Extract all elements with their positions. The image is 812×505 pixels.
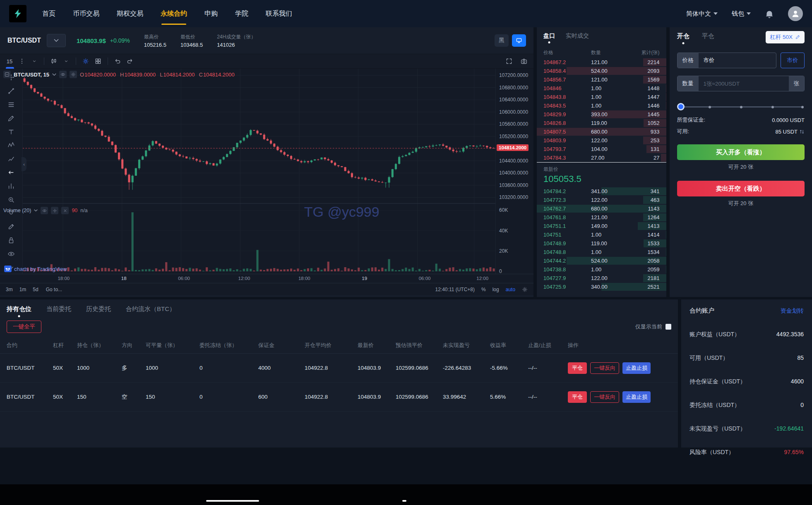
close-position-button[interactable]: 平仓 <box>568 362 587 374</box>
chart-type-button[interactable] <box>48 56 59 67</box>
eye-icon[interactable] <box>41 207 48 214</box>
bar-pattern-tool[interactable] <box>4 180 18 192</box>
eye-tool[interactable] <box>4 247 18 260</box>
bid-row[interactable]: 104761.8121.001264 <box>537 213 666 222</box>
chevron-down-icon[interactable] <box>52 73 56 76</box>
theme-dark-button[interactable]: 黑 <box>495 34 509 47</box>
ask-row[interactable]: 104867.2121.002214 <box>537 58 666 67</box>
bid-row[interactable]: 104762.7680.001143 <box>537 204 666 213</box>
toolbar-collapse-handle[interactable]: ‹ <box>22 157 26 171</box>
redo-button[interactable] <box>125 56 135 67</box>
quantity-slider[interactable] <box>678 104 804 110</box>
slider-dot[interactable] <box>709 106 711 108</box>
settings-icon[interactable] <box>51 207 58 214</box>
ask-row[interactable]: 104858.4524.002093 <box>537 67 666 75</box>
sell-short-button[interactable]: 卖出开空（看跌） <box>677 181 805 196</box>
transfer-icon[interactable] <box>799 129 805 134</box>
zoom-in-tool[interactable] <box>4 193 18 206</box>
undo-button[interactable] <box>112 56 123 67</box>
orderbook-tab[interactable]: 盘口 <box>543 32 555 43</box>
brush-tool[interactable] <box>4 112 18 124</box>
transfer-link[interactable]: 资金划转 <box>781 307 804 315</box>
ask-row[interactable]: 104793.7104.00131 <box>537 145 666 153</box>
tp-sl-button[interactable]: 止盈止损 <box>622 391 651 403</box>
bid-row[interactable]: 104748.81.001534 <box>537 248 666 256</box>
nav-item[interactable]: 首页 <box>42 0 55 27</box>
bid-row[interactable]: 104784.2341.00341 <box>537 187 666 196</box>
fullscreen-button[interactable] <box>504 56 514 67</box>
forecast-tool[interactable] <box>4 153 18 165</box>
theme-light-button[interactable] <box>512 34 526 47</box>
nav-item[interactable]: 联系我们 <box>266 0 292 27</box>
positions-tab[interactable]: 历史委托 <box>86 305 111 318</box>
nav-item[interactable]: 永续合约 <box>161 0 187 27</box>
eye-icon[interactable] <box>59 71 67 78</box>
positions-tab[interactable]: 当前委托 <box>46 305 71 318</box>
leverage-button[interactable]: 杠杆 50X <box>766 31 805 43</box>
wallet-menu[interactable]: 钱包 <box>732 10 751 18</box>
ask-row[interactable]: 1048461.001448 <box>537 84 666 93</box>
ask-row[interactable]: 104803.9122.00253 <box>537 136 666 145</box>
ask-row[interactable]: 104784.327.0027 <box>537 153 666 162</box>
market-price-button[interactable]: 市价 <box>781 53 805 68</box>
intervals-menu-button[interactable] <box>17 56 27 67</box>
price-input[interactable] <box>699 53 776 68</box>
ask-row[interactable]: 104826.8119.001052 <box>537 119 666 127</box>
close-icon[interactable] <box>61 207 69 214</box>
arrow-left-tool[interactable] <box>4 166 18 179</box>
chart-type-caret-button[interactable] <box>61 56 72 67</box>
chart-canvas[interactable] <box>23 69 495 274</box>
lock-tool[interactable] <box>4 234 18 247</box>
trend-line-tool[interactable] <box>4 85 18 98</box>
orderbook-tab[interactable]: 实时成交 <box>566 32 589 43</box>
bid-row[interactable]: 104772.3122.00463 <box>537 196 666 204</box>
indicators-button[interactable] <box>80 56 91 67</box>
collapse-legend-icon[interactable] <box>3 71 11 78</box>
xabcd-pattern-tool[interactable] <box>4 139 18 152</box>
compare-button[interactable] <box>93 56 103 67</box>
bid-row[interactable]: 104751.1149.001413 <box>537 222 666 230</box>
text-tool[interactable] <box>4 125 18 138</box>
trade-tab[interactable]: 平仓 <box>702 32 714 45</box>
bid-row[interactable]: 104727.9122.002181 <box>537 274 666 282</box>
slider-dot[interactable] <box>771 106 774 108</box>
axis-settings-button[interactable] <box>522 287 528 292</box>
price-axis[interactable]: 107200.0000106800.0000106400.0000106000.… <box>495 69 533 274</box>
screenshot-button[interactable] <box>519 56 529 67</box>
bid-row[interactable]: 104738.81.002059 <box>537 265 666 274</box>
only-current-checkbox[interactable] <box>665 324 671 330</box>
tradingview-attribution[interactable]: charts by TradingView <box>4 266 67 272</box>
slider-thumb[interactable] <box>677 103 685 110</box>
brand-logo[interactable] <box>9 5 26 22</box>
bid-row[interactable]: 104725.9340.002521 <box>537 282 666 291</box>
ask-row[interactable]: 104843.51.001446 <box>537 101 666 110</box>
bid-row[interactable]: 104744.2524.002058 <box>537 256 666 265</box>
close-position-button[interactable]: 平仓 <box>568 391 587 403</box>
intervals-caret-button[interactable] <box>29 56 40 67</box>
positions-tab[interactable]: 持有仓位 <box>7 305 31 318</box>
legend-pair[interactable]: BTC/USDT, 15 <box>14 72 49 78</box>
quantity-input[interactable] <box>699 76 789 91</box>
range-button[interactable]: 5d <box>33 287 38 292</box>
auto-scale-button[interactable]: auto <box>506 287 515 292</box>
log-scale-button[interactable]: log <box>492 287 499 292</box>
buy-long-button[interactable]: 买入开多（看涨） <box>677 144 805 160</box>
ask-row[interactable]: 104829.9393.001445 <box>537 110 666 119</box>
notifications-button[interactable] <box>765 9 774 18</box>
reverse-position-button[interactable]: 一键反向 <box>590 362 619 374</box>
bid-row[interactable]: 104748.9119.001533 <box>537 239 666 248</box>
slider-dot[interactable] <box>801 106 804 108</box>
ask-row[interactable]: 104856.7121.001569 <box>537 75 666 84</box>
interval-button[interactable]: 15 <box>4 56 15 67</box>
user-avatar[interactable] <box>788 6 803 21</box>
nav-item[interactable]: 学院 <box>235 0 248 27</box>
pair-dropdown[interactable] <box>47 34 66 47</box>
time-axis[interactable]: 18:001806:0012:0018:001906:0012:00 <box>0 274 533 283</box>
edit-tool[interactable] <box>4 220 18 233</box>
ask-row[interactable]: 104807.5680.00933 <box>537 127 666 136</box>
trade-tab[interactable]: 开仓 <box>677 32 689 45</box>
close-all-button[interactable]: 一键全平 <box>7 321 41 333</box>
settings-icon[interactable] <box>70 71 77 78</box>
nav-item[interactable]: 币币交易 <box>73 0 99 27</box>
bid-row[interactable]: 1047511.001414 <box>537 230 666 239</box>
